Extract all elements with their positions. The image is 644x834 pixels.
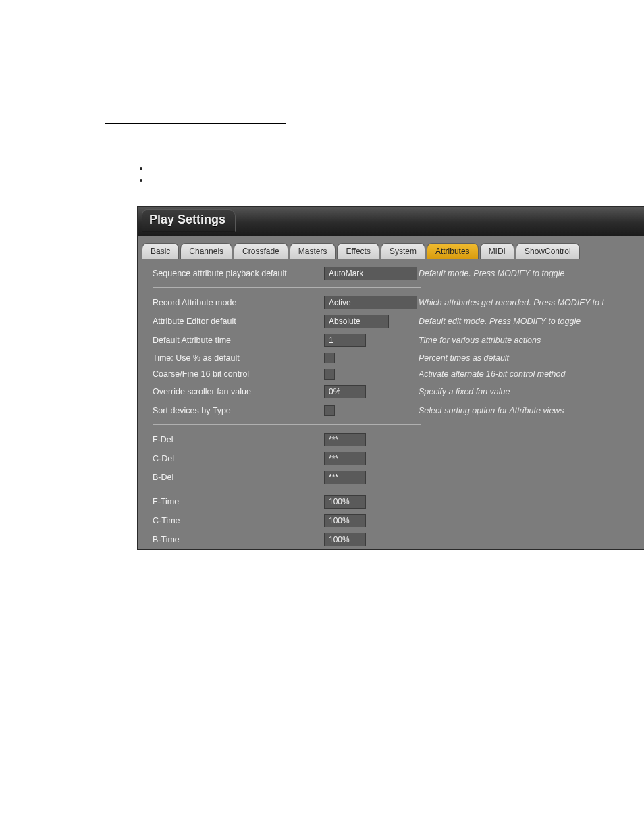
sort-type-hint: Select sorting option for Attribute view…	[419, 406, 633, 415]
default-time-field[interactable]: 1	[324, 334, 366, 347]
b-del-label: B-Del	[153, 473, 324, 482]
divider	[153, 424, 421, 425]
f-time-field[interactable]: 100%	[324, 495, 366, 509]
tab-system[interactable]: System	[381, 243, 425, 259]
play-settings-window: Play Settings Basic Channels Crossfade M…	[137, 206, 644, 550]
b-time-label: B-Time	[153, 535, 324, 544]
bullet-list	[150, 163, 153, 186]
record-mode-dropdown[interactable]: Active	[324, 296, 417, 309]
tab-midi[interactable]: MIDI	[480, 243, 514, 259]
list-item	[150, 163, 153, 174]
use-percent-label: Time: Use % as default	[153, 353, 324, 363]
record-mode-hint: Which attributes get recorded. Press MOD…	[419, 298, 633, 307]
tab-channels[interactable]: Channels	[180, 243, 232, 259]
coarse-fine-hint: Activate alternate 16-bit control method	[419, 369, 633, 379]
window-title: Play Settings	[142, 209, 236, 232]
editor-default-hint: Default edit mode. Press MODIFY to toggl…	[419, 317, 633, 326]
f-time-label: F-Time	[153, 497, 324, 506]
default-time-label: Default Attribute time	[153, 336, 324, 345]
window-titlebar: Play Settings	[138, 207, 644, 236]
coarse-fine-toggle[interactable]	[324, 369, 335, 380]
attributes-panel: Sequence attribute playback default Auto…	[138, 259, 644, 550]
default-time-hint: Time for various attribute actions	[419, 336, 633, 345]
override-fan-label: Override scroller fan value	[153, 387, 324, 396]
sort-type-toggle[interactable]	[324, 405, 335, 416]
override-fan-field[interactable]: 0%	[324, 385, 366, 398]
tab-showcontrol[interactable]: ShowControl	[516, 243, 580, 259]
c-time-field[interactable]: 100%	[324, 514, 366, 527]
seq-attr-dropdown[interactable]: AutoMark	[324, 267, 417, 280]
use-percent-hint: Percent times as default	[419, 353, 633, 363]
editor-default-label: Attribute Editor default	[153, 317, 324, 326]
coarse-fine-label: Coarse/Fine 16 bit control	[153, 369, 324, 379]
tab-row: Basic Channels Crossfade Masters Effects…	[138, 236, 644, 259]
c-time-label: C-Time	[153, 516, 324, 525]
seq-attr-label: Sequence attribute playback default	[153, 269, 324, 278]
sort-type-label: Sort devices by Type	[153, 406, 324, 415]
seq-attr-hint: Default mode. Press MODIFY to toggle	[419, 269, 633, 278]
tab-basic[interactable]: Basic	[142, 243, 179, 259]
tab-attributes[interactable]: Attributes	[427, 243, 479, 259]
tab-masters[interactable]: Masters	[290, 243, 336, 259]
divider	[153, 287, 421, 288]
c-del-field[interactable]: ***	[324, 452, 366, 465]
editor-default-dropdown[interactable]: Absolute	[324, 315, 389, 328]
horizontal-rule	[105, 123, 286, 124]
c-del-label: C-Del	[153, 454, 324, 463]
b-del-field[interactable]: ***	[324, 471, 366, 484]
tab-crossfade[interactable]: Crossfade	[234, 243, 288, 259]
record-mode-label: Record Attribute mode	[153, 298, 324, 307]
f-del-label: F-Del	[153, 435, 324, 444]
tab-effects[interactable]: Effects	[337, 243, 379, 259]
list-item	[150, 175, 153, 185]
use-percent-toggle[interactable]	[324, 353, 335, 363]
f-del-field[interactable]: ***	[324, 433, 366, 446]
b-time-field[interactable]: 100%	[324, 533, 366, 546]
override-fan-hint: Specify a fixed fan value	[419, 387, 633, 396]
